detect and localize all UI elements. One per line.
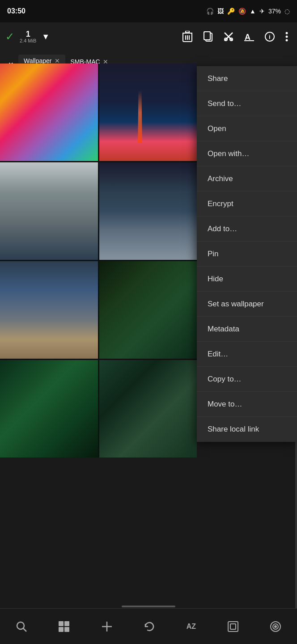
image-cell-3[interactable] [0, 162, 98, 260]
image-cell-1[interactable] [0, 64, 98, 161]
nav-search-button[interactable] [12, 617, 31, 636]
svg-rect-24 [59, 627, 64, 632]
bottom-handle [122, 606, 175, 607]
menu-item-add-to[interactable]: Add to… [197, 216, 297, 242]
nav-cast-button[interactable] [266, 617, 285, 636]
status-icons: 🎧 🖼 🔑 🔕 ▲ ✈ 37% ◌ [206, 8, 290, 15]
image-grid-wrapper [0, 64, 198, 458]
key-icon: 🔑 [227, 8, 235, 15]
status-bar: 03:50 🎧 🖼 🔑 🔕 ▲ ✈ 37% ◌ [0, 0, 297, 22]
delete-button[interactable] [179, 27, 196, 46]
menu-item-hide[interactable]: Hide [197, 267, 297, 292]
headphone-icon: 🎧 [206, 8, 214, 15]
selection-size: 2.4 MiB [20, 38, 36, 43]
svg-rect-7 [204, 32, 210, 40]
svg-point-32 [275, 626, 276, 627]
battery-level: 37% [268, 8, 281, 15]
status-time: 03:50 [7, 7, 25, 15]
svg-line-21 [23, 628, 26, 631]
menu-item-set-as-wallpaper[interactable]: Set as wallpaper [197, 292, 297, 317]
svg-point-18 [286, 36, 288, 38]
info-button[interactable]: i [261, 28, 278, 45]
menu-item-metadata[interactable]: Metadata [197, 317, 297, 342]
svg-rect-25 [64, 627, 69, 632]
bottom-nav: AZ [0, 608, 297, 644]
svg-rect-22 [59, 621, 64, 626]
svg-rect-29 [230, 624, 236, 629]
toolbar: ✓ 1 2.4 MiB ▼ A [0, 22, 297, 51]
nav-refresh-button[interactable] [140, 617, 159, 636]
image-cell-6[interactable] [99, 261, 197, 359]
svg-rect-28 [228, 622, 238, 631]
count-dropdown-arrow[interactable]: ▼ [42, 32, 50, 42]
image-cell-8[interactable] [99, 360, 197, 458]
svg-text:i: i [269, 34, 271, 40]
image-cell-2[interactable] [99, 64, 197, 161]
battery-icon: ◌ [284, 8, 290, 15]
menu-item-encrypt[interactable]: Encrypt [197, 191, 297, 216]
selection-count: 1 [26, 30, 30, 38]
nav-sort-button[interactable]: AZ [183, 619, 199, 634]
svg-rect-23 [64, 621, 69, 626]
nav-grid-button[interactable] [55, 617, 73, 636]
cut-button[interactable] [220, 28, 237, 45]
menu-item-archive[interactable]: Archive [197, 166, 297, 191]
image-grid [0, 64, 197, 458]
menu-item-edit[interactable]: Edit… [197, 342, 297, 367]
svg-point-19 [286, 39, 288, 42]
more-options-button[interactable] [282, 28, 292, 45]
mute-icon: 🔕 [238, 8, 246, 15]
image-cell-4[interactable] [99, 162, 197, 260]
copy-button[interactable] [199, 28, 216, 46]
menu-item-copy-to[interactable]: Copy to… [197, 367, 297, 392]
rename-button[interactable]: A [241, 28, 258, 45]
sort-label: AZ [187, 623, 196, 631]
menu-item-send-to[interactable]: Send to… [197, 91, 297, 116]
menu-item-share[interactable]: Share [197, 66, 297, 91]
svg-rect-1 [186, 31, 189, 33]
menu-item-pin[interactable]: Pin [197, 242, 297, 267]
context-menu: Share Send to… Open Open with… Archive E… [197, 66, 297, 442]
wifi-icon: ▲ [250, 8, 256, 15]
menu-item-move-to[interactable]: Move to… [197, 392, 297, 417]
airplane-icon: ✈ [259, 8, 265, 15]
image-cell-5[interactable] [0, 261, 98, 359]
checkmark-icon: ✓ [5, 30, 14, 43]
svg-point-20 [17, 622, 24, 629]
menu-item-share-local-link[interactable]: Share local link [197, 417, 297, 442]
menu-item-open-with[interactable]: Open with… [197, 141, 297, 166]
svg-point-17 [286, 32, 288, 34]
gallery-icon: 🖼 [217, 8, 224, 15]
image-cell-7[interactable] [0, 360, 98, 458]
selection-count-container: 1 2.4 MiB [20, 30, 36, 43]
nav-add-button[interactable] [98, 617, 116, 636]
nav-select-button[interactable] [224, 617, 242, 636]
menu-item-open[interactable]: Open [197, 116, 297, 141]
